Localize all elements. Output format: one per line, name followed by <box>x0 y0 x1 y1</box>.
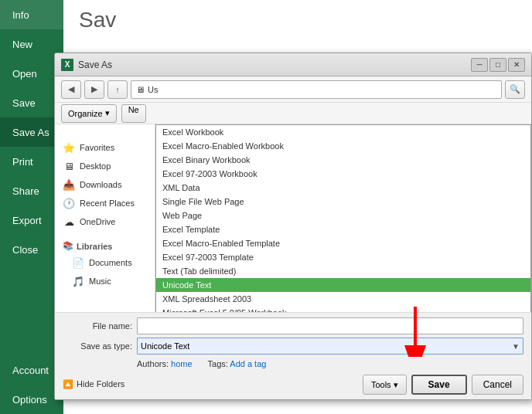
music-icon: 🎵 <box>72 275 84 287</box>
savetype-row: Save as type: Unicode Text ▼ <box>63 338 523 355</box>
nav-item-label: OneDrive <box>80 217 115 226</box>
nav-item-label: Music <box>89 277 111 286</box>
dropdown-item-excel-binary[interactable]: Excel Binary Workbook <box>156 153 530 167</box>
dropdown-item-unicode-text[interactable]: Unicode Text <box>156 278 530 292</box>
dropdown-item-excel-template[interactable]: Excel Template <box>156 222 530 236</box>
tags-value[interactable]: Add a tag <box>230 359 266 368</box>
dropdown-item-xml-data[interactable]: XML Data <box>156 181 530 195</box>
downloads-icon: 📥 <box>63 178 75 191</box>
dialog-toolbar: ◀ ▶ ↑ 🖥 Us 🔍 <box>55 76 531 103</box>
nav-item-label: Recent Places <box>80 199 135 208</box>
dropdown-item-excel-macro-enabled[interactable]: Excel Macro-Enabled Workbook <box>156 139 530 153</box>
cancel-button[interactable]: Cancel <box>472 375 523 395</box>
minimize-button[interactable]: ─ <box>471 58 488 72</box>
format-dropdown: Excel WorkbookExcel Macro-Enabled Workbo… <box>155 124 531 312</box>
sidebar-item-label: Close <box>12 244 38 256</box>
nav-item-downloads[interactable]: 📥 Downloads <box>58 175 152 194</box>
back-button[interactable]: ◀ <box>61 80 81 99</box>
dialog-body: ⭐ Favorites 🖥 Desktop 📥 Downloads 🕐 Rece… <box>55 124 531 312</box>
tags-meta: Tags: Add a tag <box>208 359 267 368</box>
nav-item-label: Documents <box>89 258 132 267</box>
libraries-section: 📚 Libraries 📄 Documents 🎵 Music <box>58 239 152 290</box>
nav-item-label: Downloads <box>80 180 121 189</box>
save-as-dialog: X Save As ─ □ ✕ ◀ ▶ ↑ 🖥 Us 🔍 Organize ▾ … <box>54 53 532 400</box>
address-text: Us <box>148 85 158 94</box>
nav-item-documents[interactable]: 📄 Documents <box>58 253 152 272</box>
tags-label: Tags: <box>208 359 228 368</box>
up-button[interactable]: ↑ <box>107 80 128 99</box>
address-bar[interactable]: 🖥 Us <box>131 80 502 99</box>
close-button[interactable]: ✕ <box>508 58 525 72</box>
nav-item-label: Favorites <box>80 143 114 152</box>
hide-folders-icon: 🔼 <box>63 379 73 389</box>
new-folder-button[interactable]: Ne <box>121 104 146 123</box>
dropdown-item-ms-excel-5-95[interactable]: Microsoft Excel 5.0/95 Workbook <box>156 306 530 312</box>
libraries-header: 📚 Libraries <box>58 239 152 253</box>
excel-icon: X <box>61 59 73 71</box>
dropdown-item-excel-macro-template[interactable]: Excel Macro-Enabled Template <box>156 236 530 250</box>
savetype-value: Unicode Text <box>141 341 189 351</box>
chevron-down-icon: ▾ <box>105 108 110 118</box>
authors-value[interactable]: home <box>171 359 193 368</box>
meta-row: Authors: home Tags: Add a tag <box>63 359 523 368</box>
nav-item-desktop[interactable]: 🖥 Desktop <box>58 157 152 175</box>
authors-label: Authors: <box>137 359 169 368</box>
search-button[interactable]: 🔍 <box>505 80 525 99</box>
dropdown-item-excel-97-template[interactable]: Excel 97-2003 Template <box>156 250 530 264</box>
favorites-icon: ⭐ <box>63 141 75 154</box>
nav-item-music[interactable]: 🎵 Music <box>58 272 152 290</box>
maximize-button[interactable]: □ <box>489 58 506 72</box>
page-title: Sav <box>63 0 532 40</box>
filename-row: File name: <box>63 317 523 334</box>
dialog-nav: ⭐ Favorites 🖥 Desktop 📥 Downloads 🕐 Rece… <box>55 124 155 312</box>
tools-button[interactable]: Tools ▾ <box>363 375 407 395</box>
organize-button[interactable]: Organize ▾ <box>61 104 117 123</box>
dialog-titlebar: X Save As ─ □ ✕ <box>55 53 531 76</box>
address-icon: 🖥 <box>136 85 145 94</box>
cancel-label: Cancel <box>483 379 512 390</box>
sidebar-item-label: Save As <box>12 127 49 138</box>
forward-button[interactable]: ▶ <box>84 80 104 99</box>
new-folder-label: Ne <box>128 105 139 114</box>
window-controls: ─ □ ✕ <box>471 58 525 72</box>
sidebar-item-label: New <box>12 39 32 50</box>
hide-folders-button[interactable]: 🔼 Hide Folders <box>63 379 124 389</box>
sidebar-item-label: Print <box>12 156 33 168</box>
dropdown-item-web-page[interactable]: Web Page <box>156 209 530 222</box>
sidebar-item-label: Open <box>12 68 37 80</box>
onedrive-icon: ☁ <box>63 215 75 228</box>
sidebar-item-label: Export <box>12 215 42 226</box>
nav-item-favorites[interactable]: ⭐ Favorites <box>58 138 152 157</box>
nav-item-onedrive[interactable]: ☁ OneDrive <box>58 212 152 231</box>
recent-places-icon: 🕐 <box>63 197 75 209</box>
favorites-section: ⭐ Favorites 🖥 Desktop 📥 Downloads 🕐 Rece… <box>58 138 152 231</box>
dropdown-item-text-tab[interactable]: Text (Tab delimited) <box>156 264 530 278</box>
nav-item-recent-places[interactable]: 🕐 Recent Places <box>58 194 152 212</box>
savetype-arrow-icon: ▼ <box>512 342 520 351</box>
libraries-label: Libraries <box>77 242 112 251</box>
organize-label: Organize <box>68 109 103 118</box>
save-label: Save <box>428 379 450 390</box>
documents-icon: 📄 <box>72 256 84 269</box>
library-icon: 📚 <box>63 241 73 251</box>
filename-label: File name: <box>63 321 132 331</box>
sidebar-item-info[interactable]: Info <box>0 0 63 29</box>
dropdown-item-single-file-web[interactable]: Single File Web Page <box>156 195 530 209</box>
dropdown-item-xml-spreadsheet-2003[interactable]: XML Spreadsheet 2003 <box>156 292 530 306</box>
dialog-filelist: Excel WorkbookExcel Macro-Enabled Workbo… <box>155 124 531 312</box>
savetype-select[interactable]: Unicode Text ▼ <box>137 338 523 355</box>
dropdown-item-excel-workbook[interactable]: Excel Workbook <box>156 125 530 139</box>
nav-item-label: Desktop <box>80 161 111 171</box>
bottom-row: 🔼 Hide Folders Tools ▾ Save Cancel <box>63 373 523 395</box>
desktop-icon: 🖥 <box>63 160 75 172</box>
save-button[interactable]: Save <box>411 375 467 395</box>
filename-input[interactable] <box>137 317 523 334</box>
sidebar-item-label: Options <box>12 394 47 406</box>
hide-folders-label: Hide Folders <box>77 379 124 389</box>
sidebar-item-label: Save <box>12 97 36 109</box>
sidebar-item-label: Share <box>12 185 39 197</box>
dropdown-item-excel-97-2003[interactable]: Excel 97-2003 Workbook <box>156 167 530 181</box>
sidebar-item-label: Account <box>12 365 49 376</box>
tools-chevron-icon: ▾ <box>394 380 398 390</box>
savetype-label: Save as type: <box>63 341 132 351</box>
